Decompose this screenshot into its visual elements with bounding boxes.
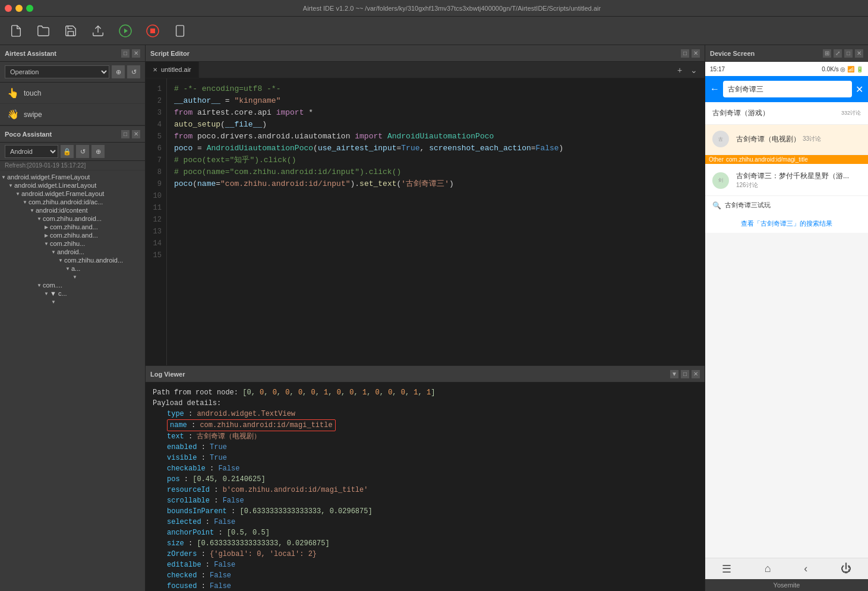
device-name-label: Yosemite [705, 579, 868, 591]
code-line-2: __author__ = "kingname" [174, 95, 697, 107]
log-close-btn[interactable]: ✕ [692, 370, 700, 378]
log-field-type: type : android.widget.TextView [153, 409, 697, 419]
code-editor[interactable]: 1 2 3 4 5 6 7 8 9 10 11 12 13 14 15 [146, 78, 705, 365]
close-button[interactable] [5, 5, 12, 12]
tree-arrow-11: ▼ [64, 265, 71, 272]
result-2-count: 126讨论 [736, 181, 849, 189]
phone-app-content: ← 古剑奇谭三 ✕ 古剑奇谭（游戏） 332讨论 古 [705, 76, 868, 233]
export-button[interactable] [89, 22, 107, 40]
device-screen-title: Device Screen [710, 50, 755, 57]
svg-rect-5 [176, 25, 184, 36]
tree-label-6: com.zhihu.and... [50, 223, 98, 230]
poco-close-button[interactable]: ✕ [132, 130, 140, 138]
nav-power-icon[interactable]: ⏻ [841, 562, 851, 575]
code-line-9: poco = AndroidUiautomationPoco(use_airte… [174, 143, 697, 154]
tree-item-5[interactable]: ▼ com.zhihu.android... [0, 214, 145, 223]
airtest-assistant-title: Airtest Assistant [5, 50, 56, 57]
search-close-icon[interactable]: ✕ [856, 84, 863, 95]
tree-item-12[interactable]: ▼ [0, 273, 145, 281]
search-result-0[interactable]: 古剑奇谭（游戏） 332讨论 [705, 102, 868, 125]
right-panel: Device Screen ⊞ ⤢ □ ✕ 15:17 0.0K/s ◎ 📶 🔋… [705, 45, 868, 591]
tree-item-4[interactable]: ▼ android:id/content [0, 206, 145, 214]
minimize-button[interactable] [15, 5, 23, 12]
editor-min-button[interactable]: □ [681, 49, 689, 58]
nav-menu-icon[interactable]: ☰ [722, 562, 731, 576]
tree-label-10: com.zhihu.android... [64, 257, 123, 264]
tree-item-9[interactable]: ▼ android... [0, 248, 145, 256]
device-grid-btn[interactable]: ⊞ [823, 49, 831, 58]
open-file-button[interactable] [34, 22, 52, 40]
tree-label-2: android.widget.FrameLayout [21, 190, 104, 197]
device-min-btn[interactable]: □ [844, 49, 853, 58]
swipe-item[interactable]: 👋 swipe [0, 104, 145, 125]
tree-label-14: ▼ c... [50, 290, 67, 297]
search-suggestion[interactable]: 🔍 古剑奇谭三试玩 [705, 196, 868, 214]
nav-back-icon[interactable]: ‹ [804, 562, 807, 575]
save-button[interactable] [62, 22, 80, 40]
zhihu-search-bar[interactable]: ← 古剑奇谭三 ✕ [705, 76, 868, 102]
tree-label-0: android.widget.FrameLayout [7, 173, 90, 181]
tree-item-10[interactable]: ▼ com.zhihu.android... [0, 256, 145, 264]
log-field-text: text : 古剑奇谭（电视剧） [153, 431, 697, 442]
tree-item-15[interactable]: ▼ [0, 298, 145, 306]
tree-arrow-10: ▼ [57, 257, 64, 264]
tree-arrow-6: ▶ [43, 223, 50, 230]
tree-item-11[interactable]: ▼ a... [0, 264, 145, 273]
tree-item-14[interactable]: ▼ ▼ c... [0, 289, 145, 298]
log-path-values: [0, 0, 0, 0, 0, 0, 1, 0, 0, 1, 0, 0, 0, … [242, 388, 435, 397]
poco-platform-select[interactable]: Android [5, 145, 58, 158]
view-all-link[interactable]: 查看「古剑奇谭三」的搜索结果 [705, 214, 868, 233]
search-result-2[interactable]: 剑 古剑奇谭三：梦付千秋星垦野（游... 126讨论 [705, 165, 868, 196]
nav-home-icon[interactable]: ⌂ [765, 562, 771, 575]
airtest-min-button[interactable]: □ [121, 49, 130, 58]
main-toolbar [0, 17, 868, 45]
title-bar: Airtest IDE v1.2.0 ~~ /var/folders/ky/31… [0, 0, 868, 17]
code-content[interactable]: # -*- encoding=utf8 -*- __author__ = "ki… [167, 78, 705, 365]
editor-close-button[interactable]: ✕ [692, 49, 700, 58]
tree-item-2[interactable]: ▼ android.widget.FrameLayout [0, 189, 145, 198]
search-results: 古剑奇谭（游戏） 332讨论 古 古剑奇谭（电视剧） 33讨论 [705, 102, 868, 233]
screen-spacer [705, 233, 868, 558]
window-controls[interactable] [5, 5, 33, 12]
tree-item-7[interactable]: ▶ com.zhihu.and... [0, 231, 145, 239]
search-back-icon[interactable]: ← [710, 84, 719, 94]
result-0-title: 古剑奇谭（游戏） [712, 108, 769, 118]
log-filter-btn[interactable]: ▼ [670, 370, 678, 378]
stop-button[interactable] [144, 22, 162, 40]
add-tab-button[interactable]: + [674, 64, 686, 76]
run-button[interactable] [116, 22, 134, 40]
poco-lock-btn[interactable]: 🔒 [61, 145, 74, 158]
poco-refresh-btn[interactable]: ↺ [76, 145, 89, 158]
device-expand-btn[interactable]: ⤢ [834, 49, 842, 58]
maximize-button[interactable] [26, 5, 33, 12]
tree-item-1[interactable]: ▼ android.widget.LinearLayout [0, 181, 145, 189]
tree-item-3[interactable]: ▼ com.zhihu.android:id/ac... [0, 198, 145, 206]
op-sync-btn[interactable]: ↺ [127, 65, 140, 78]
device-button[interactable] [171, 22, 189, 40]
new-file-button[interactable] [7, 22, 25, 40]
tree-item-0[interactable]: ▼ android.widget.FrameLayout [0, 173, 145, 181]
operation-select[interactable]: Operation [5, 65, 109, 78]
search-result-1[interactable]: 古 古剑奇谭（电视剧） 33讨论 [705, 125, 868, 155]
log-field-anchorpoint: anchorPoint : [0.5, 0.5] [153, 527, 697, 538]
tree-item-13[interactable]: ▼ com.... [0, 281, 145, 289]
poco-section: Poco Assistant □ ✕ Android 🔒 ↺ ⊕ Refresh… [0, 125, 145, 308]
center-panel: Script Editor □ ✕ ✕ untitled.air + ⌄ [146, 45, 705, 591]
tab-dropdown-button[interactable]: ⌄ [688, 64, 700, 76]
tree-item-8[interactable]: ▼ com.zhihu... [0, 239, 145, 248]
device-close-btn[interactable]: ✕ [855, 49, 863, 58]
log-payload-title: Payload details: [153, 398, 697, 409]
poco-copy-btn[interactable]: ⊕ [91, 145, 105, 158]
airtest-close-button[interactable]: ✕ [132, 49, 140, 58]
tree-label-1: android.widget.LinearLayout [14, 182, 96, 189]
log-content: Path from root node: [0, 0, 0, 0, 0, 0, … [146, 383, 705, 591]
poco-min-button[interactable]: □ [121, 130, 130, 138]
tree-item-6[interactable]: ▶ com.zhihu.and... [0, 223, 145, 231]
log-min-btn[interactable]: □ [681, 370, 689, 378]
tab-untitled-air[interactable]: ✕ untitled.air [146, 62, 199, 78]
search-input-box[interactable]: 古剑奇谭三 [723, 81, 852, 97]
op-icon-btn[interactable]: ⊕ [112, 65, 125, 78]
window-title: Airtest IDE v1.2.0 ~~ /var/folders/ky/31… [40, 5, 863, 12]
log-field-checked: checked : False [153, 570, 697, 581]
touch-item[interactable]: 👆 touch [0, 83, 145, 104]
